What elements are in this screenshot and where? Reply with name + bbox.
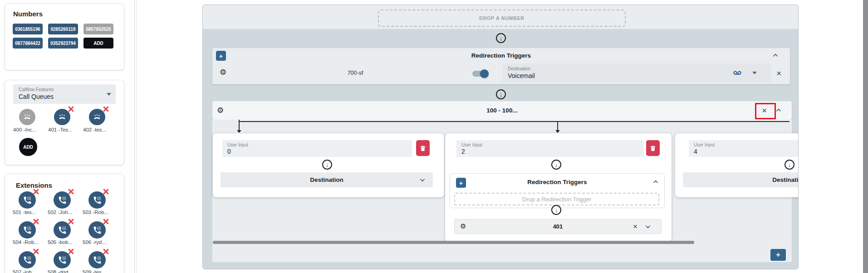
delete-branch-button[interactable] [646,140,660,156]
user-input-field[interactable]: User Input 2 [456,140,644,157]
redirection-triggers-title: Redirection Triggers [212,52,790,59]
callflow-editor-page: Numbers 0361855196 0285260119 0857652525… [0,0,868,273]
trash-icon [419,145,427,152]
destination-select[interactable]: Destination Voicemail [502,63,771,83]
numbers-card: Numbers 0361855196 0285260119 0857652525… [5,3,124,70]
chevron-down-icon [419,177,426,185]
arrow-down-circle-icon: ↓ [496,33,506,43]
collapse-chevron-up-icon[interactable] [775,107,782,115]
ring-volume-icon [23,112,32,122]
delete-branch-button[interactable] [416,140,430,156]
destination-select-value: Voicemail [508,72,535,79]
menu-node-title: 100 - 100... [212,107,792,114]
phone-dialpad-icon [23,195,32,205]
arrow-down-circle-icon: ↓ [322,160,332,170]
add-branch-button[interactable]: + [770,249,786,261]
remove-extension-icon[interactable] [68,218,74,225]
user-input-value: 0 [227,148,231,155]
remove-trigger-button[interactable]: × [633,223,638,230]
horizontal-scrollbar[interactable] [213,241,694,244]
number-chip[interactable]: 0285260119 [48,24,78,34]
phone-dialpad-icon [93,225,102,235]
callflow-features-select-value: Call Queues [19,93,54,100]
numbers-title: Numbers [13,10,43,18]
queue-item-icon[interactable] [19,109,35,125]
remove-extension-icon[interactable] [68,248,74,255]
sidebar-divider [134,0,135,273]
destination-dropdown-label: Destination [772,176,799,183]
arrow-down-circle-icon: ↓ [551,160,561,170]
red-annotation-box [755,103,776,119]
inner-redirection-triggers-title: Redirection Triggers [450,179,664,185]
branch-connector-line [239,122,240,130]
extension-label: 509 -tes... [83,269,106,273]
extension-label: 501 -tes... [13,210,36,215]
user-input-label: User Input [461,142,482,147]
user-input-value: 4 [694,148,697,155]
trash-icon [649,145,657,152]
branch-card: User Input 0 ↓ Destination [213,133,444,197]
remove-extension-icon[interactable] [33,248,39,255]
user-input-field[interactable]: User Input 4 [689,140,799,157]
drop-a-number-zone[interactable]: DROP A NUMBER [378,10,626,27]
remove-queue-icon[interactable] [68,106,74,112]
callflow-features-select[interactable]: Callflow Features Call Queues [13,84,116,104]
trigger-enabled-toggle[interactable] [472,71,488,77]
destination-select-label: Destination [508,66,530,71]
number-chip[interactable]: 0877884422 [13,38,43,49]
remove-extension-icon[interactable] [68,188,74,195]
number-chip[interactable]: 0352923794 [48,38,78,49]
phone-dialpad-icon [93,255,102,265]
vertical-scrollbar[interactable] [863,0,868,273]
extension-label: 504 -Rob... [13,239,39,245]
extension-label: 508 -dgd... [48,269,73,273]
extension-label: 503 -Rob... [83,210,108,215]
ring-volume-icon [58,112,67,122]
collapse-chevron-up-icon[interactable] [652,179,659,187]
extensions-card: Extensions 501 -tes... 502 -Joh... 503 -… [5,174,124,273]
queue-item-label: 402 -tes... [83,127,106,132]
chevron-down-icon [107,93,111,96]
gear-icon[interactable]: ⚙ [220,68,226,76]
number-chip[interactable]: 0857652525 [83,24,113,34]
remove-extension-icon[interactable] [103,188,109,195]
queue-item-label: 400 -Inc... [13,127,36,132]
inner-redirection-triggers-panel: + Redirection Triggers Drop a Redirectio… [450,173,665,208]
number-chip[interactable]: 0361855196 [13,24,43,34]
remove-extension-icon[interactable] [103,218,109,225]
user-input-value: 2 [461,148,465,155]
remove-extension-icon[interactable] [33,188,39,195]
extension-label: 507 -joh... [13,269,36,273]
phone-dialpad-icon [23,225,32,235]
drop-redirection-trigger-zone[interactable]: Drop a Redirection Trigger [454,193,659,205]
expand-chevron-down-icon[interactable] [645,224,651,232]
redirection-triggers-panel: + Redirection Triggers ⚙ 700-sf Destinat… [212,48,790,84]
trigger-name: 700-sf [328,70,383,76]
callflow-features-card: Callflow Features Call Queues 400 -Inc..… [5,80,124,165]
remove-extension-icon[interactable] [103,248,109,255]
remove-extension-icon[interactable] [33,218,39,225]
voicemail-icon [731,68,743,79]
branch-connector-line [239,121,790,122]
extension-label: 502 -Joh... [48,210,72,215]
add-queue-button[interactable]: ADD [19,138,37,156]
extension-label: 505 -bob... [48,239,73,245]
user-input-field[interactable]: User Input 0 [222,140,412,157]
branch-card: User Input 4 ↓ Destination [675,133,799,197]
branch-arrowhead [237,130,241,133]
branch-card: User Input 2 ↓ + Redirection Triggers Dr… [445,133,672,242]
branch-connector-line [557,122,558,130]
add-number-button[interactable]: ADD [83,38,113,49]
collapse-chevron-up-icon[interactable] [772,52,779,60]
phone-dialpad-icon [23,255,32,265]
destination-dropdown-label: Destination [310,176,343,183]
ring-volume-icon [93,112,102,122]
arrow-down-circle-icon: ↓ [785,160,794,170]
callflow-features-select-label: Callflow Features [19,87,54,92]
remove-trigger-button[interactable]: × [776,69,781,78]
remove-queue-icon[interactable] [103,106,109,112]
phone-dialpad-icon [58,195,67,205]
destination-dropdown[interactable]: Destination [683,172,799,187]
extension-label: 506 -ryd... [83,239,106,245]
destination-dropdown[interactable]: Destination [221,172,433,187]
